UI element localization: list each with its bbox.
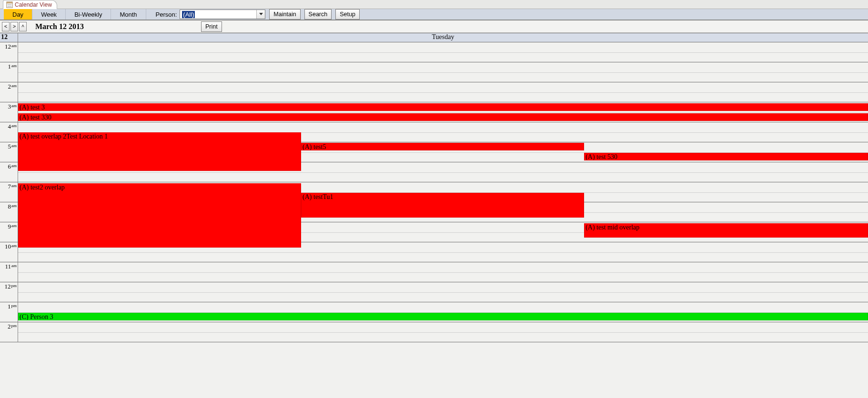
events-layer: (A) test 3(A) test 330(A) test overlap 2… — [18, 42, 868, 342]
calendar-event[interactable]: (A) test overlap 2Test Location 1 — [18, 132, 301, 171]
prev-button[interactable]: < — [2, 22, 10, 31]
hour-ampm: pm — [11, 303, 17, 308]
hour-ampm: am — [11, 203, 17, 208]
day-header-name: Tuesday — [18, 33, 868, 42]
form-icon — [6, 1, 13, 8]
date-title: March 12 2013 — [35, 22, 84, 31]
svg-rect-3 — [8, 6, 12, 7]
hour-ampm: am — [11, 223, 17, 228]
tab-biweekly[interactable]: Bi-Weekly — [66, 9, 111, 20]
hour-number: 10 — [5, 243, 11, 250]
date-nav-bar: < > ^ March 12 2013 Print — [0, 20, 868, 33]
hour-label: 6am — [0, 162, 18, 182]
person-combo[interactable]: (All) — [180, 10, 265, 19]
hour-label: 7am — [0, 182, 18, 202]
hour-label: 10am — [0, 242, 18, 262]
calendar-event[interactable]: (A) testTu1 — [301, 193, 584, 218]
hour-number: 6 — [8, 163, 11, 170]
calendar-event[interactable]: (C) Person 3 — [18, 313, 868, 320]
calendar-event[interactable]: (A) test 530 — [584, 153, 868, 160]
calendar-event[interactable]: (A) test5 — [301, 143, 584, 150]
hour-ampm: am — [11, 43, 17, 48]
search-button[interactable]: Search — [304, 9, 332, 20]
prev-button-label: < — [4, 24, 8, 30]
today-button[interactable]: ^ — [19, 22, 27, 31]
print-button[interactable]: Print — [201, 21, 222, 32]
hour-ampm: am — [11, 263, 17, 268]
calendar-event-label: (A) test overlap 2Test Location 1 — [20, 133, 108, 140]
hour-label: 2am — [0, 82, 18, 102]
calendar-event-label: (C) Person 3 — [20, 313, 53, 320]
hour-label: 9am — [0, 222, 18, 242]
hour-label: 5am — [0, 142, 18, 162]
maintain-button-label: Maintain — [273, 11, 296, 18]
calendar-event-label: (A) test 530 — [585, 153, 617, 160]
hour-ampm: am — [11, 143, 17, 148]
maintain-button[interactable]: Maintain — [269, 9, 300, 20]
svg-rect-2 — [8, 4, 12, 5]
calendar-event-label: (A) test mid overlap — [585, 224, 639, 231]
hour-ampm: am — [11, 63, 17, 68]
day-header-number: 12 — [0, 33, 18, 42]
person-combo-dropdown-button[interactable] — [256, 10, 265, 19]
hour-number: 1 — [8, 303, 11, 310]
next-button[interactable]: > — [10, 22, 18, 31]
hour-number: 2 — [8, 83, 11, 90]
tab-day[interactable]: Day — [4, 9, 32, 20]
hour-number: 1 — [8, 63, 11, 70]
tab-month[interactable]: Month — [111, 9, 146, 20]
hour-label: 11am — [0, 262, 18, 282]
hour-number: 12 — [5, 43, 11, 50]
hour-ampm: am — [11, 183, 17, 188]
calendar-event-label: (A) test 330 — [20, 114, 51, 121]
setup-button-label: Setup — [340, 11, 355, 18]
tab-week[interactable]: Week — [32, 9, 66, 20]
hour-ampm: am — [11, 83, 17, 88]
person-combo-value: (All) — [180, 10, 256, 19]
calendar-area: 12am1am2am3am4am5am6am7am8am9am10am11am1… — [0, 42, 868, 342]
spacer — [0, 9, 4, 20]
hour-ampm: am — [11, 163, 17, 168]
document-tab-bar: Calendar View — [0, 0, 868, 9]
toolbar-fill — [363, 9, 868, 20]
hour-number: 2 — [8, 323, 11, 330]
person-label: Person: — [156, 11, 177, 18]
calendar-event[interactable]: (A) test2 overlap — [18, 183, 301, 248]
tab-month-label: Month — [120, 11, 137, 18]
calendar-event-label: (A) testTu1 — [303, 193, 333, 200]
chevron-down-icon — [259, 13, 263, 16]
hour-ampm: am — [11, 103, 17, 108]
setup-button[interactable]: Setup — [335, 9, 360, 20]
hour-label: 4am — [0, 122, 18, 142]
tab-day-label: Day — [12, 11, 23, 18]
hour-label: 1am — [0, 62, 18, 82]
hour-number: 3 — [8, 103, 11, 110]
hour-number: 8 — [8, 203, 11, 210]
hour-number: 11 — [5, 263, 11, 270]
person-combo-selected-text: (All) — [182, 11, 195, 18]
hour-ampm: pm — [11, 323, 17, 328]
hour-label: 1pm — [0, 302, 18, 322]
hour-label: 2pm — [0, 322, 18, 342]
calendar-event[interactable]: (A) test mid overlap — [584, 223, 868, 238]
hour-number: 5 — [8, 143, 11, 150]
search-button-label: Search — [309, 11, 328, 18]
hour-label: 8am — [0, 202, 18, 222]
print-button-label: Print — [205, 23, 218, 30]
hour-ampm: am — [11, 123, 17, 128]
document-tab-label: Calendar View — [15, 1, 52, 8]
day-column-header: 12 Tuesday — [0, 33, 868, 42]
hour-number: 4 — [8, 123, 11, 130]
hour-label: 12pm — [0, 282, 18, 302]
view-tabs: Day Week Bi-Weekly Month Person: (All) M… — [0, 9, 868, 20]
calendar-event-label: (A) test 3 — [20, 104, 45, 111]
calendar-event-label: (A) test5 — [303, 143, 326, 150]
today-button-label: ^ — [21, 24, 25, 30]
hour-label: 3am — [0, 102, 18, 122]
svg-rect-1 — [7, 1, 12, 3]
tab-week-label: Week — [41, 11, 57, 18]
calendar-event[interactable]: (A) test 330 — [18, 113, 868, 121]
person-filter-area: Person: (All) Maintain Search Setup — [146, 9, 363, 20]
document-tab-calendar-view[interactable]: Calendar View — [3, 0, 57, 9]
calendar-event[interactable]: (A) test 3 — [18, 103, 868, 111]
